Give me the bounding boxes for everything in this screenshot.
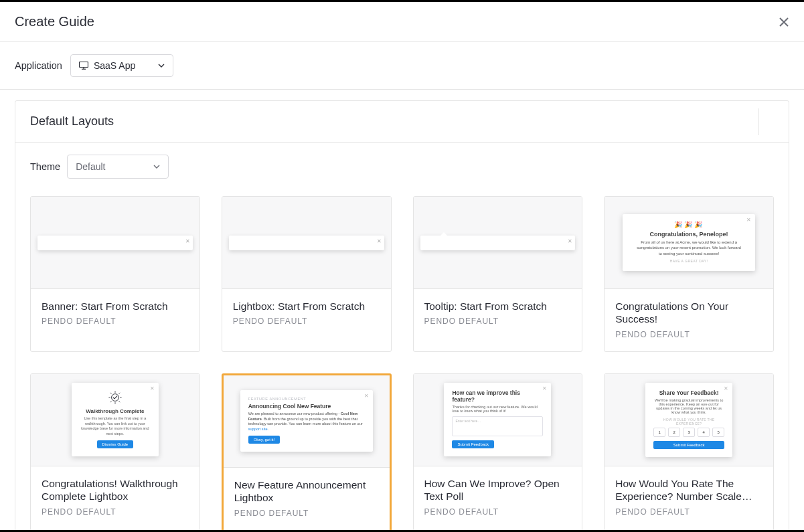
- layout-thumb: ✕: [414, 197, 582, 289]
- layout-title: Congratulations! Walkthrough Complete Li…: [42, 477, 189, 503]
- theme-row: Theme Default: [15, 143, 789, 185]
- application-row: Application SaaS App: [0, 42, 804, 90]
- layout-title: Tooltip: Start From Scratch: [424, 300, 572, 313]
- application-select[interactable]: SaaS App: [70, 54, 173, 77]
- panel-collapse-toggle[interactable]: [758, 108, 789, 135]
- layout-subtitle: PENDO DEFAULT: [233, 317, 380, 326]
- layout-thumb: ✕: [31, 374, 199, 466]
- layout-card-feature-announcement[interactable]: ✕ FEATURE ANNOUNCEMENT Announcing Cool N…: [222, 373, 392, 532]
- chevron-down-icon: [158, 62, 165, 69]
- layout-title: Banner: Start From Scratch: [42, 300, 189, 313]
- confetti-icon: 🎉🎉🎉: [631, 221, 747, 228]
- close-icon: ✕: [377, 238, 382, 244]
- layout-title: Congratulations On Your Success!: [615, 300, 762, 326]
- application-selected: SaaS App: [94, 60, 135, 71]
- layout-card-number-scale-poll[interactable]: ✕ Share Your Feedback! We'll be making g…: [604, 373, 774, 532]
- default-layouts-panel: Default Layouts Theme Default ✕: [15, 100, 789, 532]
- monitor-icon: [79, 62, 88, 70]
- close-button[interactable]: [779, 17, 789, 27]
- layout-thumb: ✕ 🎉🎉🎉 Congratulations, Penelope! From al…: [605, 197, 773, 289]
- layout-subtitle: PENDO DEFAULT: [234, 509, 379, 518]
- layout-card-open-text-poll[interactable]: ✕ How can we improve this feature? Thank…: [413, 373, 583, 532]
- layout-card-banner[interactable]: ✕ Banner: Start From Scratch PENDO DEFAU…: [30, 196, 200, 352]
- close-icon: ✕: [364, 393, 369, 399]
- layout-subtitle: PENDO DEFAULT: [615, 330, 762, 339]
- layout-thumb: ✕ How can we improve this feature? Thank…: [414, 374, 582, 466]
- layout-subtitle: PENDO DEFAULT: [42, 507, 189, 517]
- panel-title: Default Layouts: [30, 114, 114, 128]
- theme-selected: Default: [76, 161, 105, 172]
- svg-rect-2: [79, 62, 88, 68]
- layout-title: How Can We Improve? Open Text Poll: [424, 477, 572, 503]
- modal-header: Create Guide: [0, 2, 804, 42]
- layout-card-tooltip[interactable]: ✕ Tooltip: Start From Scratch PENDO DEFA…: [413, 196, 583, 352]
- layout-card-walkthrough[interactable]: ✕: [30, 373, 200, 532]
- layout-thumb: ✕ FEATURE ANNOUNCEMENT Announcing Cool N…: [224, 375, 390, 468]
- modal-title: Create Guide: [15, 14, 94, 29]
- svg-line-13: [110, 402, 112, 403]
- close-icon: ✕: [724, 385, 728, 391]
- svg-line-10: [110, 393, 112, 394]
- chevron-down-icon: [153, 163, 160, 170]
- layout-thumb: ✕: [222, 197, 391, 289]
- layout-subtitle: PENDO DEFAULT: [615, 507, 762, 517]
- close-icon: ✕: [185, 238, 190, 244]
- close-icon: ✕: [746, 217, 751, 223]
- theme-select[interactable]: Default: [67, 155, 169, 179]
- close-icon: ✕: [150, 385, 155, 391]
- close-icon: [779, 17, 789, 27]
- layout-subtitle: PENDO DEFAULT: [424, 317, 572, 326]
- check-badge-icon: [80, 389, 151, 406]
- layout-thumb: ✕: [31, 197, 199, 289]
- layout-thumb: ✕ Share Your Feedback! We'll be making g…: [605, 374, 773, 466]
- layout-title: How Would You Rate The Experience? Numbe…: [615, 477, 762, 503]
- theme-label: Theme: [30, 161, 60, 172]
- layout-title: New Feature Announcement Lightbox: [234, 478, 379, 505]
- panel-header: Default Layouts: [15, 101, 789, 143]
- close-icon: ✕: [568, 238, 572, 244]
- layout-grid: ✕ Banner: Start From Scratch PENDO DEFAU…: [15, 185, 789, 532]
- application-label: Application: [15, 60, 62, 71]
- layout-card-lightbox[interactable]: ✕ Lightbox: Start From Scratch PENDO DEF…: [222, 196, 392, 352]
- svg-line-12: [118, 393, 120, 394]
- svg-line-11: [118, 402, 120, 403]
- close-icon: ✕: [542, 385, 547, 391]
- layout-title: Lightbox: Start From Scratch: [233, 300, 380, 313]
- layout-card-congrats[interactable]: ✕ 🎉🎉🎉 Congratulations, Penelope! From al…: [604, 196, 774, 352]
- layout-subtitle: PENDO DEFAULT: [424, 507, 572, 517]
- svg-point-5: [111, 394, 118, 402]
- layout-subtitle: PENDO DEFAULT: [42, 317, 189, 326]
